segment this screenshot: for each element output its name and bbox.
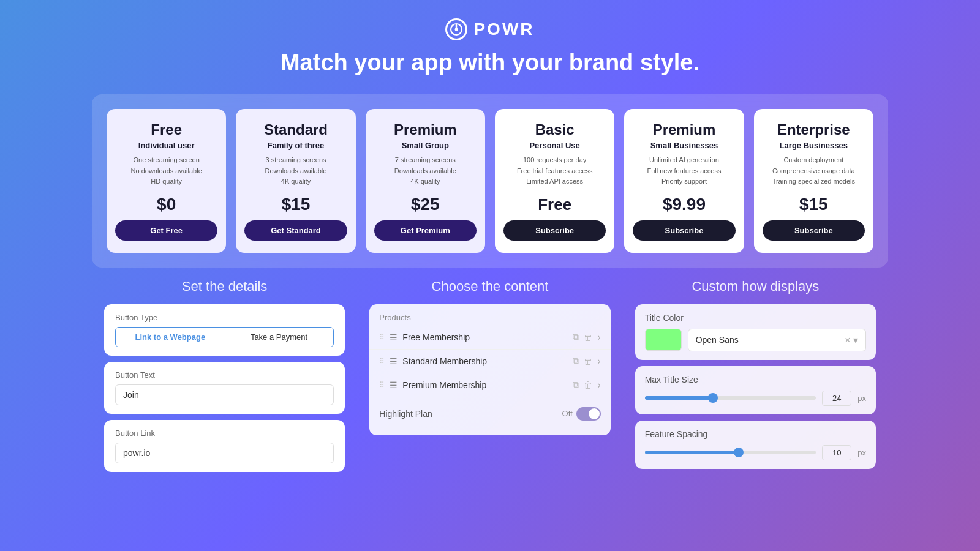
plan-card-5: EnterpriseLarge BusinessesCustom deploym… <box>754 109 873 253</box>
feature-spacing-slider-track[interactable] <box>645 451 816 454</box>
pricing-container: FreeIndividual userOne streaming screenN… <box>92 94 888 268</box>
plan-subtitle-5: Large Businesses <box>780 141 848 150</box>
copy-btn-2[interactable]: ⧉ <box>573 380 579 390</box>
plan-price-0: $0 <box>157 195 176 214</box>
max-title-slider-container: 24 px <box>645 391 866 406</box>
feature-spacing-unit: px <box>858 448 866 457</box>
product-name-2: Premium Membership <box>402 380 568 390</box>
feature-spacing-slider-container: 10 px <box>645 445 866 460</box>
color-font-row: Open Sans × ▾ <box>645 329 866 351</box>
copy-btn-0[interactable]: ⧉ <box>573 332 579 342</box>
copy-btn-1[interactable]: ⧉ <box>573 356 579 366</box>
left-col: Set the details Button Type Link to a We… <box>92 279 357 478</box>
drag-icon-1[interactable]: ⠿ <box>379 357 385 365</box>
plan-price-2: $25 <box>411 195 440 214</box>
feature-spacing-card: Feature Spacing 10 px <box>635 421 876 469</box>
product-row-2: ⠿ ☰ Premium Membership ⧉ 🗑 › <box>369 373 610 397</box>
btn-text-label: Button Text <box>115 370 334 380</box>
toggle-off-label: Off <box>562 409 573 418</box>
drag-icon-2[interactable]: ⠿ <box>379 381 385 389</box>
products-card: Products ⠿ ☰ Free Membership ⧉ 🗑 › ⠿ ☰ S… <box>369 304 610 435</box>
highlight-label: Highlight Plan <box>379 409 432 419</box>
btn-link-card: Button Link <box>104 420 345 472</box>
plan-features-1: 3 streaming screensDownloads available4K… <box>265 155 327 187</box>
row-actions-1: ⧉ 🗑 › <box>573 356 600 367</box>
btn-link-label: Button Link <box>115 429 334 438</box>
font-value: Open Sans <box>696 335 739 345</box>
plan-name-4: Premium <box>653 121 716 138</box>
product-row-0: ⠿ ☰ Free Membership ⧉ 🗑 › <box>369 326 610 350</box>
feature-spacing-value[interactable]: 10 <box>822 445 851 460</box>
header: POWR Match your app with your brand styl… <box>281 0 699 88</box>
plan-btn-4[interactable]: Subscribe <box>633 220 735 241</box>
feature-spacing-slider-thumb[interactable] <box>734 448 744 457</box>
max-title-slider-fill <box>645 396 714 400</box>
plan-btn-1[interactable]: Get Standard <box>244 220 347 241</box>
font-close-icon[interactable]: × ▾ <box>845 334 858 346</box>
plan-card-4: PremiumSmall BusinessesUnlimited AI gene… <box>624 109 744 253</box>
plan-card-0: FreeIndividual userOne streaming screenN… <box>107 109 226 253</box>
svg-point-1 <box>455 28 458 31</box>
chevron-2[interactable]: › <box>597 380 600 391</box>
plan-features-5: Custom deploymentComprehensive usage dat… <box>772 155 855 187</box>
product-name-0: Free Membership <box>402 332 568 342</box>
highlight-toggle[interactable] <box>576 407 601 421</box>
btn-type-card: Button Type Link to a Webpage Take a Pay… <box>104 304 345 356</box>
max-title-unit: px <box>858 394 866 403</box>
plan-name-5: Enterprise <box>777 121 850 138</box>
btn-type-link[interactable]: Link to a Webpage <box>116 328 225 347</box>
product-row-1: ⠿ ☰ Standard Membership ⧉ 🗑 › <box>369 350 610 373</box>
plan-subtitle-3: Personal Use <box>529 141 579 150</box>
delete-btn-0[interactable]: 🗑 <box>584 332 592 342</box>
plan-btn-3[interactable]: Subscribe <box>503 220 606 241</box>
plan-name-1: Standard <box>264 121 328 138</box>
title-color-card: Title Color Open Sans × ▾ <box>635 304 876 360</box>
powr-logo-icon <box>445 18 467 40</box>
max-title-slider-track[interactable] <box>645 396 816 400</box>
title-color-label: Title Color <box>645 313 866 323</box>
plan-btn-5[interactable]: Subscribe <box>763 220 865 241</box>
right-col-title: Custom how displays <box>635 279 876 294</box>
drag-icon-0[interactable]: ⠿ <box>379 333 385 342</box>
chevron-0[interactable]: › <box>597 332 600 343</box>
plan-features-0: One streaming screenNo downloads availab… <box>131 155 202 187</box>
middle-col: Choose the content Products ⠿ ☰ Free Mem… <box>357 279 622 478</box>
delete-btn-2[interactable]: 🗑 <box>584 380 592 390</box>
row-actions-0: ⧉ 🗑 › <box>573 332 600 343</box>
plan-btn-2[interactable]: Get Premium <box>374 220 477 241</box>
plan-features-3: 100 requests per dayFree trial features … <box>517 155 593 188</box>
plan-price-3: Free <box>538 195 571 214</box>
btn-link-input[interactable] <box>115 443 334 463</box>
list-icon-2: ☰ <box>390 380 398 390</box>
plan-price-1: $15 <box>282 195 311 214</box>
list-icon-0: ☰ <box>390 332 398 342</box>
btn-type-label: Button Type <box>115 313 334 322</box>
max-title-slider-thumb[interactable] <box>708 393 718 403</box>
btn-type-payment[interactable]: Take a Payment <box>225 328 334 347</box>
max-title-card: Max Title Size 24 px <box>635 366 876 414</box>
tagline: Match your app with your brand style. <box>281 50 699 76</box>
btn-text-input[interactable] <box>115 384 334 405</box>
middle-col-title: Choose the content <box>369 279 610 294</box>
plan-price-4: $9.99 <box>663 195 706 214</box>
feature-spacing-slider-fill <box>645 451 739 454</box>
color-swatch[interactable] <box>645 329 682 351</box>
highlight-row: Highlight Plan Off <box>369 401 610 427</box>
plan-btn-0[interactable]: Get Free <box>115 220 217 241</box>
chevron-1[interactable]: › <box>597 356 600 367</box>
plan-card-3: BasicPersonal Use100 requests per dayFre… <box>495 109 614 253</box>
plan-card-2: PremiumSmall Group7 streaming screensDow… <box>366 109 485 253</box>
right-col: Custom how displays Title Color Open San… <box>623 279 888 478</box>
plan-name-3: Basic <box>535 121 575 138</box>
max-title-value[interactable]: 24 <box>822 391 851 406</box>
plan-subtitle-4: Small Businesses <box>650 141 718 150</box>
btn-type-options: Link to a Webpage Take a Payment <box>115 327 334 347</box>
delete-btn-1[interactable]: 🗑 <box>584 356 592 366</box>
font-select[interactable]: Open Sans × ▾ <box>688 329 866 351</box>
max-title-label: Max Title Size <box>645 375 866 384</box>
product-name-1: Standard Membership <box>402 356 568 366</box>
plan-card-1: StandardFamily of three3 streaming scree… <box>236 109 355 253</box>
row-actions-2: ⧉ 🗑 › <box>573 380 600 391</box>
plan-subtitle-1: Family of three <box>268 141 324 150</box>
btn-text-card: Button Text <box>104 362 345 414</box>
